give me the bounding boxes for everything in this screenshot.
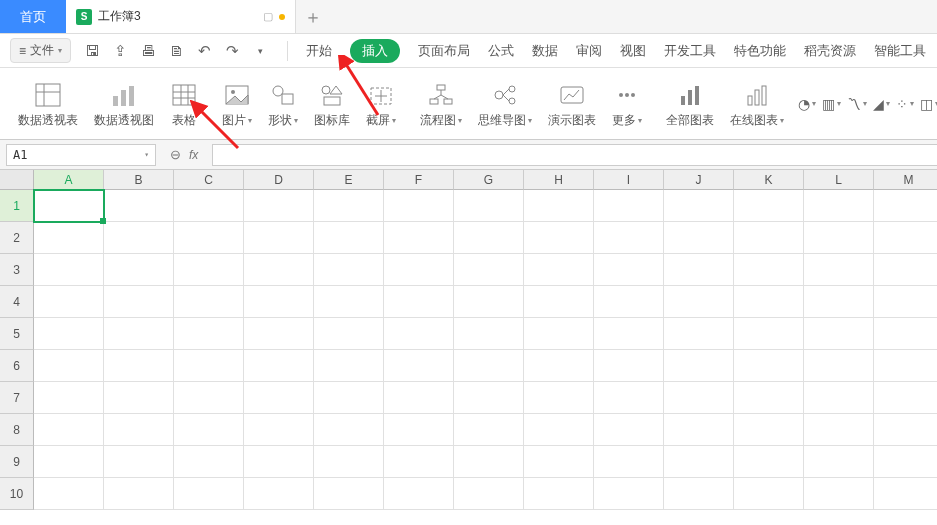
cell[interactable]	[384, 222, 454, 254]
cell[interactable]	[104, 478, 174, 510]
cell[interactable]	[734, 254, 804, 286]
cell[interactable]	[314, 414, 384, 446]
column-header[interactable]: E	[314, 170, 384, 190]
cell[interactable]	[244, 318, 314, 350]
column-header[interactable]: D	[244, 170, 314, 190]
cell[interactable]	[314, 254, 384, 286]
cell[interactable]	[804, 254, 874, 286]
screenshot-button[interactable]: 截屏▾	[358, 78, 404, 129]
cell[interactable]	[664, 254, 734, 286]
cell[interactable]	[594, 286, 664, 318]
cell[interactable]	[104, 318, 174, 350]
tab-dev[interactable]: 开发工具	[664, 42, 716, 60]
column-header[interactable]: H	[524, 170, 594, 190]
row-header[interactable]: 9	[0, 446, 34, 478]
cell[interactable]	[244, 254, 314, 286]
cell[interactable]	[34, 446, 104, 478]
cell[interactable]	[734, 222, 804, 254]
cell[interactable]	[594, 222, 664, 254]
cell[interactable]	[384, 318, 454, 350]
cell[interactable]	[874, 222, 937, 254]
cell[interactable]	[244, 286, 314, 318]
more-button[interactable]: 更多▾	[604, 78, 650, 129]
column-header[interactable]: J	[664, 170, 734, 190]
cell[interactable]	[314, 382, 384, 414]
cell[interactable]	[244, 478, 314, 510]
cell[interactable]	[34, 478, 104, 510]
cell[interactable]	[874, 286, 937, 318]
column-header[interactable]: G	[454, 170, 524, 190]
document-tab[interactable]: S 工作簿3 ▢	[66, 0, 296, 33]
cell[interactable]	[804, 414, 874, 446]
tab-insert[interactable]: 插入	[350, 39, 400, 63]
cell[interactable]	[524, 446, 594, 478]
select-all-corner[interactable]	[0, 170, 34, 190]
cell[interactable]	[734, 286, 804, 318]
cell[interactable]	[454, 414, 524, 446]
cell[interactable]	[524, 318, 594, 350]
picture-button[interactable]: 图片▾	[214, 78, 260, 129]
cell[interactable]	[174, 414, 244, 446]
column-header[interactable]: A	[34, 170, 104, 190]
icon-library-button[interactable]: 图标库	[306, 78, 358, 129]
cell[interactable]	[594, 254, 664, 286]
row-header[interactable]: 6	[0, 350, 34, 382]
cell[interactable]	[104, 350, 174, 382]
cell[interactable]	[734, 318, 804, 350]
cell[interactable]	[174, 382, 244, 414]
share-button[interactable]: ⇪	[109, 40, 131, 62]
save-button[interactable]: 🖫	[81, 40, 103, 62]
cell[interactable]	[34, 318, 104, 350]
cell[interactable]	[34, 222, 104, 254]
cell[interactable]	[664, 446, 734, 478]
print-button[interactable]: 🖶	[137, 40, 159, 62]
column-header[interactable]: I	[594, 170, 664, 190]
flowchart-button[interactable]: 流程图▾	[412, 78, 470, 129]
cell[interactable]	[174, 190, 244, 222]
cell[interactable]	[384, 446, 454, 478]
mindmap-button[interactable]: 思维导图▾	[470, 78, 540, 129]
qat-dropdown[interactable]: ▾	[249, 40, 271, 62]
formula-input[interactable]	[212, 144, 937, 166]
cell[interactable]	[664, 190, 734, 222]
cell[interactable]	[174, 446, 244, 478]
cell[interactable]	[734, 382, 804, 414]
cell[interactable]	[454, 254, 524, 286]
cell[interactable]	[314, 478, 384, 510]
column-header[interactable]: K	[734, 170, 804, 190]
cell[interactable]	[454, 318, 524, 350]
cell[interactable]	[594, 190, 664, 222]
cell[interactable]	[594, 350, 664, 382]
pie-chart-dropdown[interactable]: ◔▾	[798, 96, 816, 112]
scatter-chart-dropdown[interactable]: ⁘▾	[896, 96, 914, 112]
cell[interactable]	[524, 414, 594, 446]
cell[interactable]	[314, 446, 384, 478]
cell[interactable]	[454, 350, 524, 382]
pivot-table-button[interactable]: 数据透视表	[10, 78, 86, 129]
cell[interactable]	[524, 286, 594, 318]
cell[interactable]	[174, 478, 244, 510]
cell[interactable]	[664, 222, 734, 254]
tab-special[interactable]: 特色功能	[734, 42, 786, 60]
cell[interactable]	[34, 286, 104, 318]
print-preview-button[interactable]: 🗎	[165, 40, 187, 62]
cell[interactable]	[804, 350, 874, 382]
tab-smart[interactable]: 智能工具	[874, 42, 926, 60]
cell[interactable]	[734, 414, 804, 446]
row-header[interactable]: 4	[0, 286, 34, 318]
undo-button[interactable]: ↶	[193, 40, 215, 62]
bar-chart-dropdown[interactable]: ▥▾	[822, 96, 841, 112]
cell[interactable]	[104, 222, 174, 254]
column-header[interactable]: F	[384, 170, 454, 190]
cell[interactable]	[804, 190, 874, 222]
cell[interactable]	[454, 382, 524, 414]
cell[interactable]	[594, 446, 664, 478]
column-header[interactable]: L	[804, 170, 874, 190]
cell[interactable]	[34, 382, 104, 414]
column-header[interactable]: C	[174, 170, 244, 190]
cell[interactable]	[384, 350, 454, 382]
cell[interactable]	[454, 446, 524, 478]
cell[interactable]	[244, 446, 314, 478]
all-charts-button[interactable]: 全部图表	[658, 78, 722, 129]
line-chart-dropdown[interactable]: 〽▾	[847, 96, 867, 112]
